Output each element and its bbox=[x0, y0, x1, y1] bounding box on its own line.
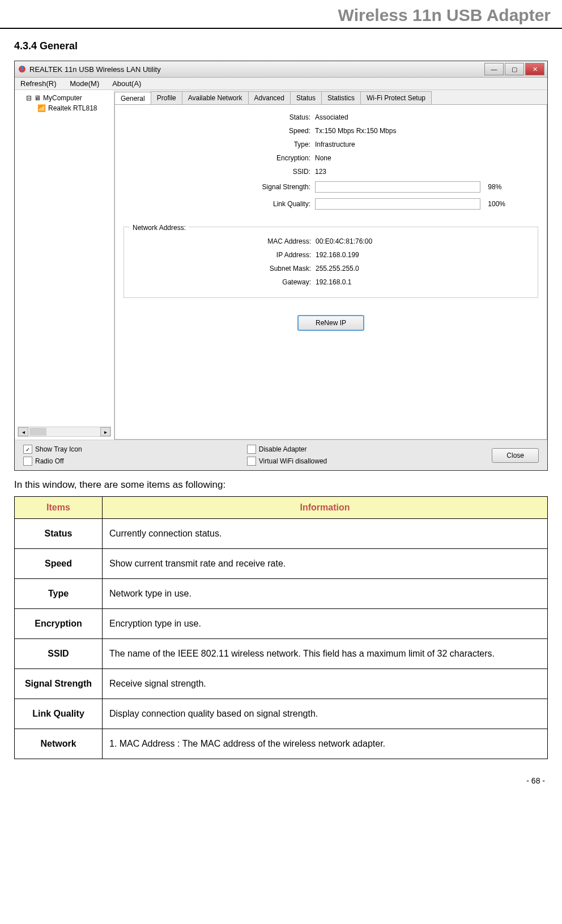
link-quality-bar bbox=[315, 198, 480, 210]
encryption-label: Encryption: bbox=[124, 154, 315, 162]
table-row: Type Network type in use. bbox=[15, 579, 548, 609]
page-number: - 68 - bbox=[0, 770, 562, 791]
table-item-name: Speed bbox=[15, 549, 103, 579]
signal-strength-label: Signal Strength: bbox=[124, 183, 315, 191]
table-item-name: Link Quality bbox=[15, 699, 103, 729]
tab-content: Status: Associated Speed: Tx:150 Mbps Rx… bbox=[114, 104, 547, 440]
menu-about[interactable]: About(A) bbox=[112, 79, 141, 88]
disable-adapter-checkbox[interactable] bbox=[247, 445, 256, 454]
table-item-info: 1. MAC Address : The MAC address of the … bbox=[103, 729, 548, 759]
app-icon bbox=[18, 65, 27, 74]
speed-label: Speed: bbox=[124, 127, 315, 135]
tab-available-network[interactable]: Available Network bbox=[182, 91, 249, 104]
ssid-value: 123 bbox=[315, 168, 538, 176]
show-tray-label: Show Tray Icon bbox=[35, 445, 82, 453]
scroll-left-icon[interactable]: ◂ bbox=[18, 427, 28, 436]
table-item-name: Network bbox=[15, 729, 103, 759]
table-header-items: Items bbox=[15, 497, 103, 519]
table-item-name: Type bbox=[15, 579, 103, 609]
bottom-bar: ✓ Show Tray Icon Radio Off Disable Adapt… bbox=[15, 440, 547, 470]
description-text: In this window, there are some items as … bbox=[14, 479, 548, 491]
network-address-group: Network Address: MAC Address: 00:E0:4C:8… bbox=[124, 227, 538, 298]
tab-status[interactable]: Status bbox=[290, 91, 322, 104]
table-item-name: Signal Strength bbox=[15, 669, 103, 699]
mac-label: MAC Address: bbox=[124, 237, 316, 245]
scroll-right-icon[interactable]: ▸ bbox=[100, 427, 110, 436]
page-header: Wireless 11n USB Adapter bbox=[0, 0, 562, 29]
ip-label: IP Address: bbox=[124, 251, 316, 259]
menu-bar: Refresh(R) Mode(M) About(A) bbox=[15, 78, 547, 90]
table-row: Status Currently connection status. bbox=[15, 519, 548, 549]
table-row: Link Quality Display connection quality … bbox=[15, 699, 548, 729]
disable-adapter-label: Disable Adapter bbox=[259, 445, 307, 453]
subnet-label: Subnet Mask: bbox=[124, 265, 316, 272]
network-address-label: Network Address: bbox=[130, 224, 189, 232]
virtual-wifi-label: Virtual WiFi disallowed bbox=[259, 457, 327, 465]
sidebar: ⊟ 🖥 MyComputer 📶 Realtek RTL818 ◂ ▸ bbox=[15, 90, 114, 440]
gateway-value: 192.168.0.1 bbox=[316, 278, 538, 286]
table-item-name: Status bbox=[15, 519, 103, 549]
table-row: SSID The name of the IEEE 802.11 wireles… bbox=[15, 639, 548, 669]
table-item-info: Currently connection status. bbox=[103, 519, 548, 549]
section-heading: 4.3.4 General bbox=[14, 40, 548, 52]
gateway-label: Gateway: bbox=[124, 278, 316, 286]
tab-profile[interactable]: Profile bbox=[151, 91, 182, 104]
table-row: Network 1. MAC Address : The MAC address… bbox=[15, 729, 548, 759]
tab-statistics[interactable]: Statistics bbox=[321, 91, 361, 104]
table-row: Speed Show current transmit rate and rec… bbox=[15, 549, 548, 579]
radio-off-label: Radio Off bbox=[35, 457, 63, 465]
table-item-name: SSID bbox=[15, 639, 103, 669]
virtual-wifi-checkbox[interactable] bbox=[247, 457, 256, 466]
computer-icon: 🖥 bbox=[34, 94, 41, 102]
close-window-button[interactable]: ✕ bbox=[525, 63, 544, 75]
table-item-info: Show current transmit rate and receive r… bbox=[103, 549, 548, 579]
sidebar-scrollbar[interactable]: ◂ ▸ bbox=[18, 427, 111, 437]
table-item-info: The name of the IEEE 802.11 wireless net… bbox=[103, 639, 548, 669]
mac-value: 00:E0:4C:81:76:00 bbox=[316, 237, 538, 245]
maximize-button[interactable]: ▢ bbox=[505, 63, 524, 75]
scroll-thumb[interactable] bbox=[29, 428, 46, 436]
table-header-info: Information bbox=[103, 497, 548, 519]
tree-toggle-icon[interactable]: ⊟ bbox=[26, 94, 32, 102]
title-bar: REALTEK 11n USB Wireless LAN Utility — ▢… bbox=[15, 61, 547, 78]
close-button[interactable]: Close bbox=[492, 448, 539, 463]
status-label: Status: bbox=[124, 113, 315, 121]
tree-root[interactable]: ⊟ 🖥 MyComputer bbox=[18, 93, 111, 103]
encryption-value: None bbox=[315, 154, 538, 162]
radio-off-checkbox[interactable] bbox=[23, 457, 32, 466]
link-quality-label: Link Quality: bbox=[124, 200, 315, 208]
tab-general[interactable]: General bbox=[114, 92, 151, 105]
tab-advanced[interactable]: Advanced bbox=[248, 91, 291, 104]
show-tray-checkbox[interactable]: ✓ bbox=[23, 445, 32, 454]
adapter-icon: 📶 bbox=[37, 104, 46, 112]
signal-strength-pct: 98% bbox=[488, 183, 501, 191]
items-table: Items Information Status Currently conne… bbox=[14, 496, 548, 759]
table-item-info: Network type in use. bbox=[103, 579, 548, 609]
status-value: Associated bbox=[315, 113, 538, 121]
signal-strength-bar bbox=[315, 181, 480, 193]
table-row: Signal Strength Receive signal strength. bbox=[15, 669, 548, 699]
menu-mode[interactable]: Mode(M) bbox=[70, 79, 99, 88]
table-row: Encryption Encryption type in use. bbox=[15, 609, 548, 639]
tab-wps[interactable]: Wi-Fi Protect Setup bbox=[360, 91, 432, 104]
table-item-info: Receive signal strength. bbox=[103, 669, 548, 699]
speed-value: Tx:150 Mbps Rx:150 Mbps bbox=[315, 127, 538, 135]
link-quality-pct: 100% bbox=[488, 200, 505, 208]
subnet-value: 255.255.255.0 bbox=[316, 265, 538, 272]
renew-ip-button[interactable]: ReNew IP bbox=[297, 315, 364, 331]
app-window: REALTEK 11n USB Wireless LAN Utility — ▢… bbox=[14, 61, 548, 471]
menu-refresh[interactable]: Refresh(R) bbox=[20, 79, 57, 88]
ip-value: 192.168.0.199 bbox=[316, 251, 538, 259]
header-title: Wireless 11n USB Adapter bbox=[338, 6, 551, 24]
tree-child[interactable]: 📶 Realtek RTL818 bbox=[18, 103, 111, 113]
type-label: Type: bbox=[124, 140, 315, 148]
ssid-label: SSID: bbox=[124, 168, 315, 176]
tab-bar: General Profile Available Network Advanc… bbox=[114, 90, 547, 104]
table-item-info: Display connection quality based on sign… bbox=[103, 699, 548, 729]
table-item-name: Encryption bbox=[15, 609, 103, 639]
minimize-button[interactable]: — bbox=[484, 63, 504, 75]
type-value: Infrastructure bbox=[315, 140, 538, 148]
svg-rect-1 bbox=[21, 66, 23, 70]
window-title: REALTEK 11n USB Wireless LAN Utility bbox=[29, 65, 161, 74]
table-item-info: Encryption type in use. bbox=[103, 609, 548, 639]
